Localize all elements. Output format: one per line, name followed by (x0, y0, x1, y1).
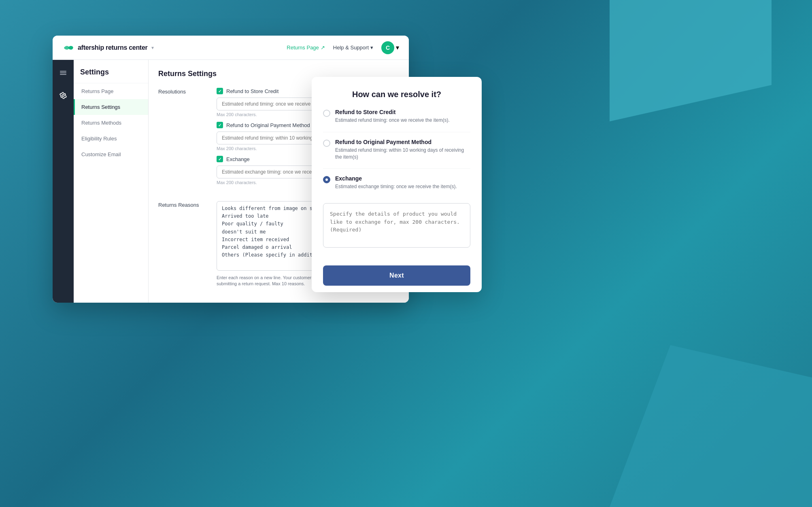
overlay-title: How can we resolve it? (323, 90, 470, 99)
resolution-1-checkbox[interactable] (217, 88, 223, 94)
user-menu[interactable]: C ▾ (381, 41, 399, 54)
nav-item-customize-email[interactable]: Customize Email (74, 146, 148, 162)
resolution-2-label: Refund to Original Payment Method (226, 122, 310, 128)
avatar: C (381, 41, 394, 54)
sidebar-icon-settings[interactable] (57, 89, 70, 102)
left-nav: Settings Returns Page Returns Settings R… (74, 60, 149, 303)
user-chevron-icon: ▾ (396, 44, 399, 51)
brand-logo[interactable]: aftership returns center ▾ (62, 44, 154, 52)
resolution-text-store-credit: Refund to Store Credit Estimated refund … (335, 109, 450, 124)
brand-chevron-icon: ▾ (151, 45, 154, 51)
radio-exchange[interactable] (323, 176, 330, 183)
nav-item-returns-settings[interactable]: Returns Settings (74, 99, 148, 115)
radio-store-credit[interactable] (323, 110, 330, 117)
settings-header: Settings (74, 60, 148, 83)
external-link-icon: ↗ (321, 45, 325, 51)
resolutions-label: Resolutions (158, 88, 207, 190)
resolution-2-checkbox[interactable] (217, 122, 223, 128)
resolution-divider-1 (323, 132, 470, 132)
svg-rect-0 (60, 71, 66, 72)
overlay-footer: Next (312, 259, 482, 292)
resolution-3-label: Exchange (226, 156, 250, 162)
brand-area: aftership returns center ▾ (62, 44, 154, 52)
overlay-option-exchange[interactable]: Exchange Estimated exchange timing: once… (323, 175, 470, 190)
logo-icon (62, 44, 75, 52)
resolution-desc-exchange: Estimated exchange timing: once we recei… (335, 183, 457, 190)
svg-rect-2 (60, 74, 66, 75)
resolution-1-label: Refund to Store Credit (226, 88, 278, 94)
overlay-option-original-payment[interactable]: Refund to Original Payment Method Estima… (323, 139, 470, 161)
sidebar-icons (53, 60, 74, 303)
nav-item-returns-methods[interactable]: Returns Methods (74, 115, 148, 131)
resolution-desc-store-credit: Estimated refund timing: once we receive… (335, 117, 450, 124)
next-button[interactable]: Next (323, 265, 470, 286)
resolution-3-checkbox[interactable] (217, 156, 223, 162)
help-support-button[interactable]: Help & Support ▾ (333, 45, 373, 51)
returns-page-link[interactable]: Returns Page ↗ (287, 45, 325, 51)
returns-reasons-label: Returns Reasons (158, 201, 207, 287)
help-chevron-icon: ▾ (370, 45, 373, 51)
top-nav: aftership returns center ▾ Returns Page … (53, 36, 409, 60)
radio-original-payment[interactable] (323, 140, 330, 147)
resolution-text-exchange: Exchange Estimated exchange timing: once… (335, 175, 457, 190)
nav-item-eligibility-rules[interactable]: Eligibility Rules (74, 131, 148, 146)
overlay-content: How can we resolve it? Refund to Store C… (312, 77, 482, 259)
overlay-option-store-credit[interactable]: Refund to Store Credit Estimated refund … (323, 109, 470, 124)
resolution-text-original-payment: Refund to Original Payment Method Estima… (335, 139, 470, 161)
resolution-name-store-credit: Refund to Store Credit (335, 109, 450, 115)
exchange-detail-textarea[interactable] (323, 203, 470, 248)
overlay-panel: How can we resolve it? Refund to Store C… (312, 77, 482, 292)
brand-name: aftership returns center (78, 44, 147, 51)
nav-item-returns-page[interactable]: Returns Page (74, 83, 148, 99)
sidebar-icon-menu[interactable] (57, 66, 70, 79)
resolution-divider-2 (323, 168, 470, 169)
svg-rect-1 (60, 72, 66, 73)
resolution-name-original-payment: Refund to Original Payment Method (335, 139, 470, 145)
resolution-desc-original-payment: Estimated refund timing: within 10 worki… (335, 147, 470, 161)
nav-right: Returns Page ↗ Help & Support ▾ C ▾ (287, 41, 399, 54)
resolution-name-exchange: Exchange (335, 175, 457, 182)
